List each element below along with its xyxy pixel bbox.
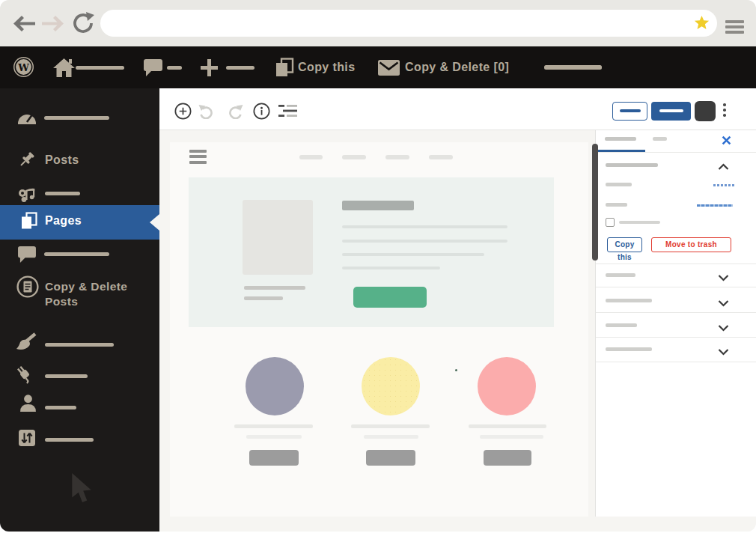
button-label-placeholder (659, 109, 683, 112)
envelope-icon[interactable] (378, 60, 400, 79)
sidebar-item-plugins-placeholder[interactable] (45, 374, 88, 378)
comments-count-placeholder[interactable] (167, 66, 182, 70)
nav-link-placeholder[interactable] (429, 155, 453, 159)
home-icon[interactable] (52, 58, 76, 81)
text-line-placeholder (342, 225, 507, 228)
panel-move-to-trash-button[interactable]: Move to trash (651, 237, 731, 252)
chevron-up-icon[interactable] (718, 160, 729, 174)
user-icon[interactable] (19, 394, 37, 415)
plug-icon[interactable] (14, 364, 35, 388)
wp-admin-bar: W Copy this (0, 46, 756, 88)
tab-placeholder[interactable] (653, 137, 667, 141)
card-line-placeholder (480, 435, 543, 439)
browser-menu-icon[interactable] (725, 20, 744, 36)
chevron-down-icon[interactable] (718, 296, 729, 310)
field-value-link-placeholder[interactable] (697, 204, 733, 207)
section-title-placeholder (606, 163, 658, 167)
admin-bar-copy-this[interactable]: Copy this (298, 61, 356, 74)
checkbox[interactable] (606, 218, 615, 227)
card-line-placeholder (234, 424, 313, 428)
list-view-icon[interactable] (278, 104, 298, 121)
browser-window: W Copy this (0, 0, 756, 532)
kebab-menu-icon[interactable] (723, 103, 726, 119)
cta-button-placeholder[interactable] (353, 287, 427, 308)
settings-toggle-button[interactable] (695, 101, 716, 121)
sidebar-item-posts[interactable]: Posts (45, 153, 79, 167)
site-hamburger-icon[interactable] (189, 150, 207, 166)
back-arrow-icon[interactable] (13, 15, 36, 35)
chevron-down-icon[interactable] (718, 271, 729, 284)
decorative-dot (455, 369, 457, 371)
redo-arrow-icon[interactable] (227, 103, 243, 122)
sliders-icon[interactable] (18, 429, 36, 450)
browser-chrome (0, 0, 756, 46)
save-draft-button[interactable] (612, 102, 647, 121)
paint-brush-icon[interactable] (14, 332, 37, 356)
sidebar-item-tools-placeholder[interactable] (45, 438, 94, 442)
new-item-placeholder[interactable] (226, 66, 254, 70)
caption-line-placeholder (244, 286, 305, 290)
card-button-placeholder[interactable] (484, 450, 531, 466)
accordion-label-placeholder (606, 299, 652, 302)
wp-sidebar: Posts Pag (0, 88, 159, 532)
accordion-label-placeholder (606, 347, 652, 351)
mouse-cursor-icon (70, 472, 97, 507)
sidebar-item-media-placeholder[interactable] (45, 192, 80, 195)
document-circle-icon[interactable] (16, 275, 39, 301)
panel-copy-this-button[interactable]: Copy this (607, 237, 642, 252)
avatar-circle-pink (478, 357, 536, 415)
sidebar-item-dashboard-placeholder[interactable] (44, 116, 109, 120)
active-item-arrow (150, 214, 159, 231)
publish-button[interactable] (651, 102, 691, 121)
caption-line-placeholder (244, 296, 283, 300)
comment-bubble-icon[interactable] (144, 59, 162, 79)
admin-bar-copy-delete[interactable]: Copy & Delete [0] (405, 61, 509, 74)
comment-bubble-icon[interactable] (18, 246, 36, 266)
field-label-placeholder (606, 203, 627, 207)
chevron-down-icon[interactable] (718, 321, 729, 335)
sidebar-item-users-placeholder[interactable] (45, 406, 76, 409)
forward-arrow-icon[interactable] (41, 15, 64, 35)
divider (596, 287, 756, 287)
sidebar-item-copy-delete-posts[interactable]: Copy & Delete Posts (45, 279, 150, 309)
card-button-placeholder[interactable] (366, 450, 415, 466)
pushpin-icon[interactable] (18, 151, 37, 173)
sidebar-item-pages-active[interactable]: Pages (0, 205, 159, 240)
bookmark-star-icon[interactable] (694, 16, 710, 34)
nav-link-placeholder[interactable] (299, 155, 323, 159)
sidebar-item-pages-label: Pages (45, 214, 82, 228)
card-line-placeholder (246, 435, 302, 439)
site-name-placeholder[interactable] (76, 66, 124, 70)
card-line-placeholder (351, 424, 430, 428)
admin-bar-placeholder[interactable] (544, 65, 602, 70)
field-label-placeholder (606, 183, 632, 186)
gauge-icon[interactable] (17, 110, 37, 128)
music-notes-icon[interactable] (18, 184, 37, 206)
field-value-link-placeholder[interactable] (713, 184, 735, 186)
divider (596, 337, 756, 338)
hero-block[interactable] (189, 177, 554, 327)
nav-link-placeholder[interactable] (342, 155, 366, 159)
wordpress-logo-icon[interactable]: W (13, 56, 34, 81)
panel-scrollbar[interactable] (592, 144, 598, 261)
button-label-placeholder (620, 109, 641, 112)
close-x-icon[interactable] (722, 135, 731, 148)
text-line-placeholder (342, 240, 507, 243)
info-circle-icon[interactable] (253, 103, 270, 123)
sidebar-item-comments-placeholder[interactable] (44, 252, 109, 256)
nav-link-placeholder[interactable] (385, 155, 409, 159)
plus-circle-icon[interactable] (174, 103, 192, 123)
editor-area: Copy this Move to trash (159, 88, 756, 532)
copy-pages-icon[interactable] (275, 58, 294, 81)
image-placeholder[interactable] (243, 200, 313, 275)
sidebar-item-appearance-placeholder[interactable] (45, 343, 114, 347)
tab-placeholder-active[interactable] (605, 137, 636, 141)
undo-arrow-icon[interactable] (198, 103, 215, 122)
url-bar[interactable] (100, 10, 717, 37)
accordion-label-placeholder (606, 323, 637, 327)
plus-icon[interactable] (201, 59, 218, 79)
avatar-circle-purple (246, 357, 304, 415)
refresh-icon[interactable] (72, 12, 94, 37)
card-button-placeholder[interactable] (249, 450, 299, 466)
chevron-down-icon[interactable] (718, 345, 729, 359)
